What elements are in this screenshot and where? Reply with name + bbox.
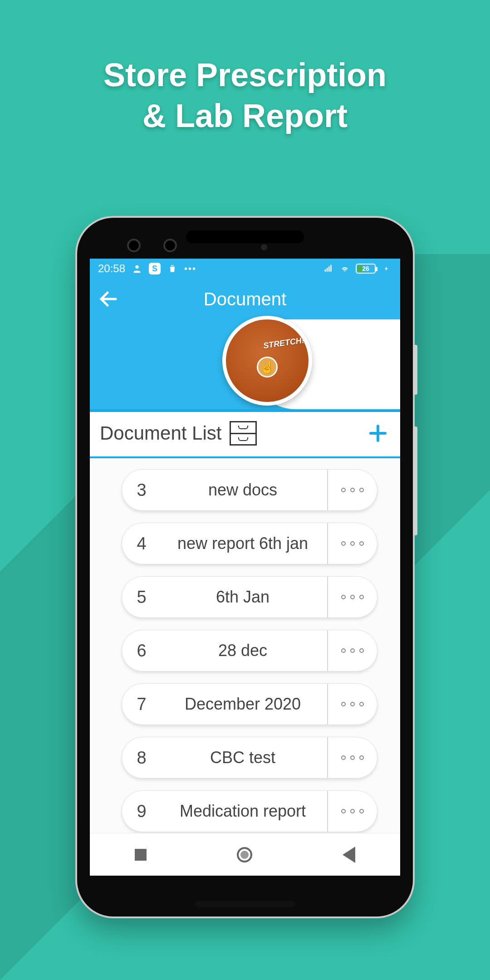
header-hero: STRETCH! ☝ bbox=[90, 319, 400, 410]
android-nav-bar bbox=[90, 833, 400, 876]
phone-sensor bbox=[261, 244, 267, 250]
document-name: 28 dec bbox=[161, 641, 327, 660]
document-row[interactable]: 3new docs bbox=[122, 469, 377, 511]
headline-line-2: & Lab Report bbox=[0, 95, 490, 136]
document-name: new docs bbox=[161, 480, 327, 500]
document-index: 9 bbox=[122, 802, 161, 821]
headline-line-1: Store Prescription bbox=[0, 54, 490, 95]
add-document-button[interactable] bbox=[366, 421, 390, 446]
phone-chin-bar bbox=[195, 901, 295, 907]
document-more-button[interactable] bbox=[327, 577, 377, 617]
marketing-headline: Store Prescription & Lab Report bbox=[0, 54, 490, 136]
document-index: 8 bbox=[122, 748, 161, 768]
trash-icon bbox=[167, 263, 178, 274]
dot-icon bbox=[341, 541, 346, 546]
status-bar-right: 26 bbox=[323, 263, 392, 274]
dot-icon bbox=[359, 595, 364, 599]
svg-point-0 bbox=[135, 265, 138, 269]
dot-icon bbox=[359, 541, 364, 546]
more-notifications-icon: ••• bbox=[184, 264, 196, 274]
profile-icon bbox=[132, 263, 142, 274]
dot-icon bbox=[341, 755, 346, 760]
nav-recent-button[interactable] bbox=[135, 849, 147, 861]
charging-icon bbox=[381, 263, 392, 274]
phone-camera bbox=[127, 239, 141, 252]
dot-icon bbox=[341, 648, 346, 653]
app-bar: Document bbox=[90, 279, 400, 319]
phone-side-button bbox=[413, 426, 417, 535]
document-more-button[interactable] bbox=[327, 684, 377, 725]
nav-back-button[interactable] bbox=[343, 847, 355, 863]
document-index: 6 bbox=[122, 641, 161, 661]
dot-icon bbox=[350, 541, 355, 546]
document-row[interactable]: 8CBC test bbox=[122, 737, 377, 779]
document-index: 5 bbox=[122, 588, 161, 607]
section-header: Document List bbox=[90, 410, 400, 458]
document-row[interactable]: 628 dec bbox=[122, 630, 377, 671]
status-time: 20:58 bbox=[98, 262, 125, 275]
tap-hand-icon: ☝ bbox=[257, 357, 278, 377]
ad-label: STRETCH! bbox=[263, 336, 305, 351]
document-name: Medication report bbox=[161, 802, 327, 821]
phone-camera bbox=[163, 239, 177, 252]
hero-divider bbox=[90, 409, 400, 412]
document-index: 4 bbox=[122, 534, 161, 554]
dot-icon bbox=[350, 809, 355, 813]
document-more-button[interactable] bbox=[327, 523, 377, 564]
document-name: December 2020 bbox=[161, 695, 327, 714]
svg-rect-2 bbox=[327, 268, 328, 271]
document-index: 3 bbox=[122, 480, 161, 500]
document-index: 7 bbox=[122, 695, 161, 714]
document-row[interactable]: 7December 2020 bbox=[122, 683, 377, 725]
phone-frame: 20:58 S ••• 26 bbox=[77, 218, 413, 916]
nav-home-button[interactable] bbox=[237, 847, 252, 862]
page-title: Document bbox=[90, 289, 400, 309]
svg-rect-3 bbox=[328, 266, 330, 272]
svg-rect-1 bbox=[325, 270, 326, 272]
document-row[interactable]: 56th Jan bbox=[122, 576, 377, 618]
ad-circle[interactable]: STRETCH! ☝ bbox=[222, 316, 312, 406]
document-name: CBC test bbox=[161, 748, 327, 767]
document-more-button[interactable] bbox=[327, 791, 377, 832]
status-bar-left: 20:58 S ••• bbox=[98, 262, 196, 275]
dot-icon bbox=[359, 648, 364, 653]
wifi-icon bbox=[339, 263, 350, 274]
section-title: Document List bbox=[100, 422, 221, 444]
dot-icon bbox=[350, 702, 355, 706]
document-row[interactable]: 4new report 6th jan bbox=[122, 523, 377, 564]
dot-icon bbox=[341, 595, 346, 599]
battery-percent: 26 bbox=[362, 265, 369, 272]
dot-icon bbox=[341, 488, 346, 492]
dot-icon bbox=[359, 488, 364, 492]
document-name: 6th Jan bbox=[161, 588, 327, 607]
dot-icon bbox=[350, 648, 355, 653]
phone-screen: 20:58 S ••• 26 bbox=[90, 259, 400, 876]
status-bar: 20:58 S ••• 26 bbox=[90, 259, 400, 279]
svg-rect-4 bbox=[330, 265, 332, 272]
skype-icon: S bbox=[149, 263, 161, 274]
cabinet-icon bbox=[230, 421, 257, 446]
dot-icon bbox=[359, 755, 364, 760]
phone-speaker-notch bbox=[186, 230, 304, 243]
document-list[interactable]: 3new docs4new report 6th jan56th Jan628 … bbox=[90, 458, 400, 833]
battery-indicator: 26 bbox=[356, 264, 376, 274]
dot-icon bbox=[341, 702, 346, 706]
cell-signal-icon bbox=[323, 263, 334, 274]
dot-icon bbox=[341, 809, 346, 813]
document-name: new report 6th jan bbox=[161, 534, 327, 553]
dot-icon bbox=[359, 702, 364, 706]
document-row[interactable]: 9Medication report bbox=[122, 790, 377, 832]
dot-icon bbox=[350, 595, 355, 599]
phone-side-button bbox=[413, 345, 417, 395]
document-more-button[interactable] bbox=[327, 630, 377, 671]
ad-panel[interactable]: STRETCH! ☝ bbox=[250, 319, 400, 409]
dot-icon bbox=[359, 809, 364, 813]
document-more-button[interactable] bbox=[327, 470, 377, 510]
document-more-button[interactable] bbox=[327, 737, 377, 778]
dot-icon bbox=[350, 755, 355, 760]
dot-icon bbox=[350, 488, 355, 492]
